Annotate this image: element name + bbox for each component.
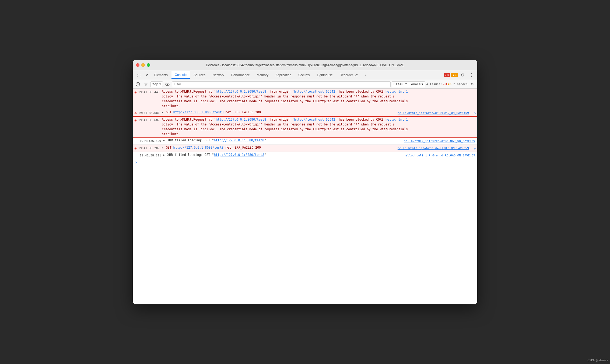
- tab-console[interactable]: Console: [171, 71, 190, 79]
- console-log-entry-4: 19:41:36.690 ▶ XHR failed loading: GET "…: [133, 137, 477, 145]
- link-url-2[interactable]: http://127.0.0.1:8080/test8: [173, 110, 224, 114]
- error-icon-5: ⊗: [133, 145, 138, 152]
- tab-bar: ⬚ ↗ Elements Console Sources Network Per…: [133, 70, 477, 80]
- console-prompt: >: [133, 159, 477, 166]
- svg-rect-4: [145, 85, 146, 86]
- timestamp-6: 19:41:38.211: [140, 152, 162, 159]
- link-url-5[interactable]: http://127.0.0.1:8080/test8: [173, 146, 224, 149]
- link-url-4[interactable]: http://127.0.0.1:8080/test8: [214, 138, 264, 142]
- link-url-1a[interactable]: http://127.0.0.1:8080/test8: [216, 90, 266, 93]
- console-log-entry-3: ⊗ 19:41:36.687 Access to XMLHttpRequest …: [133, 117, 477, 137]
- svg-point-6: [167, 83, 168, 85]
- message-5: ▶ GET http://127.0.0.1:8080/test8 net::E…: [161, 145, 397, 151]
- source-4[interactable]: hello.html?_ijt=6reh…d=RELOAD_ON_SAVE:59: [403, 138, 477, 144]
- tab-application[interactable]: Application: [272, 71, 295, 79]
- settings-button[interactable]: ⚙: [459, 71, 467, 79]
- default-levels-selector[interactable]: Default levels ▼: [392, 81, 425, 87]
- source-2[interactable]: hello.html?_ijt=6reh…d=RELOAD_ON_SAVE:59: [397, 110, 471, 116]
- issues-hidden: 2 hidden: [453, 82, 468, 86]
- error-icon-2: ⊗: [133, 110, 138, 116]
- tab-icon-group: ⬚ ↗: [135, 71, 150, 79]
- expand-icon-5[interactable]: ▶: [162, 146, 163, 149]
- window-title: DevTools - localhost:63342/demo/target/c…: [206, 63, 404, 67]
- tab-network[interactable]: Network: [209, 71, 227, 79]
- tab-right-controls: ✕ 4 ▲ 3 ⚙ ⋮: [444, 71, 475, 79]
- tab-memory[interactable]: Memory: [254, 71, 272, 79]
- console-output: ⊗ 19:41:35.443 Access to XMLHttpRequest …: [133, 89, 477, 304]
- svg-line-1: [137, 83, 139, 85]
- timestamp-5: 19:41:38.207: [138, 145, 160, 152]
- timestamp-2: 19:41:36.686: [138, 110, 160, 116]
- message-6: ▶ XHR failed loading: GET "http://127.0.…: [162, 152, 403, 158]
- issues-badge: 4 Issues: ✕ 3 ■ 1 2 hidden: [426, 82, 468, 86]
- link-url-3b[interactable]: http://localhost:63342: [294, 118, 335, 121]
- timestamp-4: 19:41:36.690: [140, 138, 162, 144]
- message-2: ▶ GET http://127.0.0.1:8080/test8 net::E…: [161, 109, 397, 116]
- chevron-down-icon: ▼: [159, 83, 161, 86]
- console-settings-button[interactable]: ⚙: [469, 81, 476, 88]
- watermark: CSDN @ideal-cs: [587, 359, 608, 362]
- inspect-icon-button[interactable]: ⬚: [135, 71, 142, 79]
- error-icon-1: ⊗: [133, 89, 138, 96]
- expand-icon-6[interactable]: ▶: [163, 153, 165, 156]
- console-log-entry-1: ⊗ 19:41:35.443 Access to XMLHttpRequest …: [133, 89, 477, 109]
- more-options-button[interactable]: ⋮: [468, 71, 475, 79]
- source-link-1[interactable]: hello.html:1: [385, 90, 408, 93]
- warning-count-badge: ▲ 3: [451, 73, 458, 77]
- issues-warning-count: ■ 1: [448, 82, 452, 86]
- svg-rect-2: [144, 83, 148, 83]
- tab-recorder[interactable]: Recorder ⎇: [336, 71, 361, 79]
- console-toolbar-right: Default levels ▼ 4 Issues: ✕ 3 ■ 1 2 hid…: [392, 81, 476, 88]
- tab-sources[interactable]: Sources: [190, 71, 209, 79]
- tab-elements[interactable]: Elements: [151, 71, 171, 79]
- clear-console-button[interactable]: [134, 81, 141, 88]
- cursor-icon-button[interactable]: ↗: [143, 71, 150, 79]
- filter-icon-button[interactable]: [142, 81, 149, 88]
- console-toolbar: top ▼ Default levels ▼ 4 Issues: ✕ 3 ■ 1: [133, 80, 477, 89]
- expand-icon-2[interactable]: ▶: [162, 111, 163, 114]
- refresh-icon-5[interactable]: ↻: [472, 145, 477, 152]
- console-log-entry-5: ⊗ 19:41:38.207 ▶ GET http://127.0.0.1:80…: [133, 145, 477, 152]
- context-value: top: [152, 82, 158, 86]
- issues-error-count: ✕ 3: [443, 82, 447, 86]
- console-log-entry-6: 19:41:38.211 ▶ XHR failed loading: GET "…: [133, 152, 477, 159]
- chevron-down-icon-levels: ▼: [422, 83, 423, 86]
- timestamp-3: 19:41:36.687: [138, 117, 160, 124]
- tab-security[interactable]: Security: [295, 71, 313, 79]
- tab-lighthouse[interactable]: Lighthouse: [314, 71, 336, 79]
- title-bar: DevTools - localhost:63342/demo/target/c…: [133, 60, 477, 70]
- source-5[interactable]: hello.html?_ijt=6reh…d=RELOAD_ON_SAVE:59: [397, 145, 471, 152]
- close-button[interactable]: [136, 63, 139, 67]
- svg-rect-3: [145, 84, 147, 85]
- traffic-lights: [136, 63, 150, 67]
- source-6[interactable]: hello.html?_ijt=6reh…d=RELOAD_ON_SAVE:59: [403, 152, 477, 159]
- message-4: ▶ XHR failed loading: GET "http://127.0.…: [162, 137, 403, 144]
- console-log-entry-2: ⊗ 19:41:36.686 ▶ GET http://127.0.0.1:80…: [133, 109, 477, 117]
- link-url-3a[interactable]: http://127.0.0.1:8080/test8: [216, 118, 266, 121]
- timestamp-1: 19:41:35.443: [138, 89, 160, 96]
- prompt-arrow-icon: >: [135, 160, 137, 164]
- tab-more[interactable]: »: [362, 71, 370, 79]
- maximize-button[interactable]: [147, 63, 150, 67]
- filter-input[interactable]: [172, 81, 391, 87]
- eye-icon-button[interactable]: [164, 81, 171, 88]
- context-selector[interactable]: top ▼: [150, 81, 163, 87]
- source-link-3[interactable]: hello.html:1: [385, 118, 408, 121]
- error-icon-3: ⊗: [133, 117, 138, 124]
- tab-performance[interactable]: Performance: [228, 71, 253, 79]
- minimize-button[interactable]: [141, 63, 145, 67]
- link-url-1b[interactable]: http://localhost:63342: [294, 90, 335, 93]
- refresh-icon-2[interactable]: ↻: [472, 110, 477, 116]
- error-count-badge: ✕ 4: [444, 73, 450, 77]
- message-3: Access to XMLHttpRequest at 'http://127.…: [161, 117, 477, 137]
- expand-icon-4[interactable]: ▶: [163, 139, 165, 142]
- message-1: Access to XMLHttpRequest at 'http://127.…: [161, 89, 477, 109]
- devtools-window: DevTools - localhost:63342/demo/target/c…: [133, 60, 477, 304]
- link-url-6[interactable]: http://127.0.0.1:8080/test8: [214, 153, 264, 157]
